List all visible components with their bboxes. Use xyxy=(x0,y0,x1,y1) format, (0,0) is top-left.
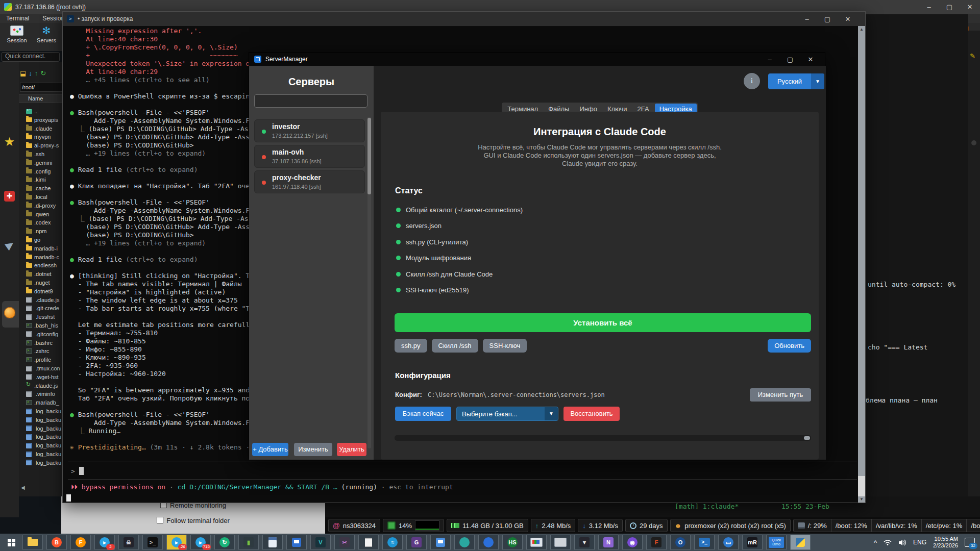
tree-row[interactable]: go xyxy=(26,236,40,244)
change-path-button[interactable]: Изменить путь xyxy=(750,388,811,402)
backup-select[interactable]: Выберите бэкап... ▼ xyxy=(456,407,558,421)
restore-button[interactable]: Восстановить xyxy=(564,407,620,421)
tree-row[interactable]: .mariadb_ xyxy=(26,398,59,407)
tree-row[interactable]: .ssh xyxy=(26,150,44,158)
taskbar-item-blue-bird-app[interactable]: ≈ xyxy=(382,535,403,550)
pencil-icon[interactable]: ✎ xyxy=(970,52,975,60)
tree-row[interactable]: log_backu xyxy=(26,459,61,467)
install-all-button[interactable]: Установить всё xyxy=(395,313,811,332)
tree-row[interactable]: .tmux.con xyxy=(26,364,60,372)
taskbar-item-remote-desktop[interactable]: ▭ xyxy=(718,535,739,550)
taskbar-item-mobaxterm[interactable] xyxy=(526,535,547,550)
taskbar-item-calculator[interactable] xyxy=(262,535,283,550)
edit-server-button[interactable]: Изменить xyxy=(294,443,332,456)
paper-plane-icon[interactable]: ▶ xyxy=(0,234,21,255)
favorites-star-icon[interactable]: ★ xyxy=(0,135,19,149)
quick-connect-input[interactable]: Quick connect. xyxy=(2,52,60,62)
tree-row[interactable]: .kimi xyxy=(26,176,46,184)
taskbar-item-mremoteng[interactable]: mR xyxy=(742,535,763,550)
taskbar-item-teal-app[interactable] xyxy=(454,535,475,550)
tree-row[interactable]: .bash_his xyxy=(26,321,58,330)
path-input[interactable]: /root/ xyxy=(20,83,63,92)
horizontal-scrollbar[interactable] xyxy=(395,435,811,441)
tree-row[interactable]: log_backu xyxy=(26,416,61,424)
speaker-icon[interactable] xyxy=(898,539,906,546)
info-button[interactable]: i xyxy=(744,73,760,89)
tree-row[interactable]: proxyapis xyxy=(26,116,58,124)
taskbar-item-blue-app[interactable] xyxy=(478,535,499,550)
server-card-investor[interactable]: investor173.212.212.157 [ssh] xyxy=(254,119,365,142)
tree-row[interactable]: .config xyxy=(26,167,51,176)
refresh-icon[interactable]: ↻ xyxy=(40,69,46,77)
upload-icon[interactable]: ↑ xyxy=(35,69,38,77)
taskbar-item-g-purple-app[interactable]: G xyxy=(406,535,427,550)
tray-clock[interactable]: 10:55 AM2/23/2026 xyxy=(933,536,958,549)
install-chip-ssh.py[interactable]: ssh.py xyxy=(395,339,427,353)
taskbar-item-brave-browser[interactable]: B xyxy=(46,535,67,550)
language-dropdown[interactable]: Русский ▼ xyxy=(768,73,824,89)
taskbar-item-firefox[interactable]: F xyxy=(70,535,91,550)
tree-row[interactable]: .di-proxy xyxy=(26,202,56,210)
tree-row[interactable]: .cache xyxy=(26,184,51,192)
terminal-maximize-button[interactable]: ▢ xyxy=(817,12,838,26)
notification-center-icon[interactable]: 32 xyxy=(965,538,975,547)
mobaxterm-close-button[interactable]: ✕ xyxy=(960,0,980,14)
servermanager-maximize-button[interactable]: ▢ xyxy=(780,53,800,66)
delete-server-button[interactable]: Удалить xyxy=(337,443,366,456)
horizontal-scrollbar-thumb[interactable] xyxy=(804,436,810,440)
tree-row[interactable]: .lesshst xyxy=(26,313,55,321)
tree-row[interactable]: .git-crede xyxy=(26,304,59,312)
taskbar-item-battery-tool[interactable]: ▮ xyxy=(238,535,259,550)
tree-row[interactable]: .nuget xyxy=(26,279,50,287)
download-icon[interactable]: ↓ xyxy=(29,69,32,77)
follow-terminal-folder-checkbox[interactable] xyxy=(157,517,163,523)
mobaxterm-maximize-button[interactable]: ▢ xyxy=(939,0,960,14)
terminal-scrollbar[interactable]: ▲ ▼ xyxy=(858,26,865,503)
globe-icon[interactable] xyxy=(4,307,15,318)
servermanager-close-button[interactable]: ✕ xyxy=(800,53,821,66)
tree-row[interactable]: .bashrc xyxy=(26,339,53,347)
server-card-proxy-checker[interactable]: proxy-checker161.97.118.40 [ssh] xyxy=(254,170,365,193)
tree-row[interactable]: .codex xyxy=(26,218,51,227)
tree-row[interactable]: .gemini xyxy=(26,159,52,167)
taskbar-item-v-teal-app[interactable]: V xyxy=(310,535,331,550)
taskbar-item-python-app[interactable] xyxy=(790,535,811,550)
keyboard-language[interactable]: ENG xyxy=(913,539,926,546)
menu-item-terminal[interactable]: Terminal xyxy=(6,15,29,22)
taskbar-item-monitor-app[interactable] xyxy=(550,535,571,550)
tree-row[interactable]: .gitconfig xyxy=(26,330,58,338)
taskbar-item-blue-window-app[interactable] xyxy=(286,535,307,550)
server-list-scrollbar-thumb[interactable] xyxy=(368,118,371,194)
taskbar-item-opera[interactable]: O xyxy=(670,535,691,550)
backup-now-button[interactable]: Бэкап сейчас xyxy=(395,407,451,421)
terminal-close-button[interactable]: ✕ xyxy=(838,12,858,26)
mobaxterm-minimize-button[interactable]: – xyxy=(919,0,939,14)
tree-row[interactable]: .wget-hst xyxy=(26,373,59,381)
taskbar-item-telegram-2[interactable]: ▸.26 xyxy=(166,535,187,550)
taskbar-item-funnel-app[interactable]: ▼ xyxy=(574,535,595,550)
taskbar-item-file-explorer[interactable] xyxy=(22,535,43,550)
tree-row[interactable]: .claude.js xyxy=(26,382,58,390)
tree-row[interactable]: mariadb-i xyxy=(26,244,58,253)
tree-row[interactable]: log_backu xyxy=(26,424,61,433)
claude-input-box[interactable]: > xyxy=(68,462,857,480)
taskbar-item-quickutmo[interactable]: Quick utmo xyxy=(766,535,787,550)
server-search-input[interactable] xyxy=(254,94,368,108)
tree-row[interactable]: .npm xyxy=(26,227,46,235)
tree-row[interactable]: .. xyxy=(26,107,37,115)
taskbar-item-figma[interactable]: F xyxy=(646,535,667,550)
tree-row[interactable]: .dotnet xyxy=(26,270,52,278)
scroll-up-icon[interactable]: ▲ xyxy=(858,27,865,32)
tree-row[interactable]: .zshrc xyxy=(26,347,49,355)
session-button[interactable]: Session xyxy=(3,24,31,50)
tools-knife-icon[interactable]: ✚ xyxy=(4,191,15,202)
tree-row[interactable]: ai-proxy-s xyxy=(26,141,59,149)
taskbar-item-notepad[interactable] xyxy=(358,535,379,550)
wifi-icon[interactable] xyxy=(884,539,892,545)
tree-scroll-left-icon[interactable]: ◀ xyxy=(21,485,25,490)
tree-row[interactable]: endlessh xyxy=(26,261,57,269)
scrollbar-thumb[interactable] xyxy=(858,476,865,496)
taskbar-item-powershell[interactable]: >_ xyxy=(694,535,715,550)
refresh-button[interactable]: Обновить xyxy=(768,339,811,353)
taskbar-item-telegram[interactable]: ▸2 xyxy=(94,535,115,550)
